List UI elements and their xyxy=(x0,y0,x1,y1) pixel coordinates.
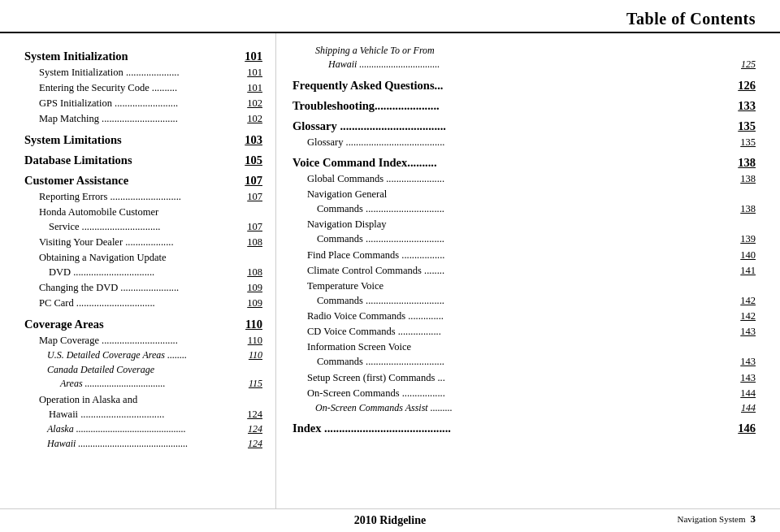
wrap-entry-line1: Honda Automobile Customer xyxy=(39,205,262,219)
wrap-entry-line1: Temperature Voice xyxy=(307,279,756,293)
sub-entry-label: Map Matching ...........................… xyxy=(39,111,178,126)
left-column: System Initialization101System Initializ… xyxy=(0,33,276,508)
wrap-entry: Operation in Alaska andHawaii ..........… xyxy=(39,392,262,422)
wrap-entry-row2: Hawaii .................................… xyxy=(39,407,262,422)
sub-entry: PC Card ...............................1… xyxy=(39,296,262,310)
sub-entry-label: Setup Screen (first) Commands ... xyxy=(307,370,445,385)
wrap-entry-line2: Commands ............................... xyxy=(317,201,444,216)
italic-wrap-row2: Areas .................................1… xyxy=(47,377,262,391)
italic-sub-entry: Alaska .................................… xyxy=(47,422,262,436)
section-heading: System Limitations103 xyxy=(24,133,262,147)
footer-right: Navigation System 3 xyxy=(677,513,756,526)
section-heading: Glossary ...............................… xyxy=(292,119,756,133)
sub-entry-label: Climate Control Commands ........ xyxy=(307,263,444,278)
sub-entry-label: System Initialization ..................… xyxy=(39,65,180,80)
main-content: System Initialization101System Initializ… xyxy=(0,33,780,508)
section-heading-label: Database Limitations xyxy=(24,154,132,167)
sub-entry: Visiting Your Dealer ...................… xyxy=(39,235,262,249)
italic-wrap-line1: Canada Detailed Coverage xyxy=(47,363,262,377)
sub-entry-label: Visiting Your Dealer ................... xyxy=(39,235,174,249)
sub-entry-page: 108 xyxy=(247,235,262,249)
italic-sub-page: 124 xyxy=(248,437,262,451)
wrap-entry-page: 138 xyxy=(740,201,756,216)
wrap-entry-row2: Commands ...............................… xyxy=(307,231,756,246)
section-heading-label: Troubleshooting...................... xyxy=(292,99,440,113)
sub-entry-label: CD Voice Commands ................. xyxy=(307,324,441,339)
sub-entry-label: Global Commands ....................... xyxy=(307,171,444,186)
wrap-entry-line1: Information Screen Voice xyxy=(307,340,756,354)
sub-entry: Map Coverage ...........................… xyxy=(39,333,262,348)
italic-sub-entry: U.S. Detailed Coverage Areas ........110 xyxy=(47,348,262,362)
sub-entry-page: 109 xyxy=(247,296,262,310)
sub-entry: Changing the DVD .......................… xyxy=(39,280,262,295)
sub-entry-page: 110 xyxy=(248,333,262,348)
sub-entry-page: 142 xyxy=(740,309,756,323)
sub-entry-page: 140 xyxy=(740,248,756,262)
wrap-entry-page: 124 xyxy=(247,407,262,422)
section-heading: Customer Assistance107 xyxy=(24,174,262,188)
italic-sub-page: 110 xyxy=(249,348,262,362)
sub-entry-label: Entering the Security Code .......... xyxy=(39,80,177,95)
sub-entry: Reporting Errors .......................… xyxy=(39,189,262,204)
sub-entry: Entering the Security Code ..........101 xyxy=(39,80,262,95)
italic-wrap-line1: Shipping a Vehicle To or From xyxy=(315,44,756,58)
section-heading: Coverage Areas110 xyxy=(24,318,262,331)
section-heading-page: 133 xyxy=(738,99,756,113)
sub-entry-label: PC Card ............................... xyxy=(39,296,155,310)
sub-entry-page: 107 xyxy=(247,189,262,204)
italic-sub-label: Alaska .................................… xyxy=(47,422,186,436)
wrap-entry: Navigation GeneralCommands .............… xyxy=(307,187,756,216)
wrap-entry-line2: Commands ............................... xyxy=(317,231,444,246)
section-heading-page: 138 xyxy=(738,156,756,170)
sub-entry: Find Place Commands .................140 xyxy=(307,248,756,262)
section-heading-label: Coverage Areas xyxy=(24,318,104,331)
sub-entry-page: 143 xyxy=(740,370,756,385)
section-heading-page: 146 xyxy=(738,422,756,435)
italic-sub-page: 124 xyxy=(248,422,262,436)
section-heading-page: 107 xyxy=(245,174,262,188)
section-heading-label: Glossary ...............................… xyxy=(292,119,446,133)
wrap-entry-line1: Obtaining a Navigation Update xyxy=(39,250,262,265)
wrap-entry-line2: Service ............................... xyxy=(49,219,160,234)
top-header: Table of Contents xyxy=(0,0,780,33)
sub-entry: Climate Control Commands ........141 xyxy=(307,263,756,278)
wrap-entry-page: 107 xyxy=(247,219,262,234)
wrap-entry-page: 108 xyxy=(247,265,262,279)
wrap-entry: Information Screen VoiceCommands .......… xyxy=(307,340,756,369)
italic-wrap-page: 115 xyxy=(249,377,262,391)
wrap-entry: Temperature VoiceCommands ..............… xyxy=(307,279,756,308)
sub-entry-page: 144 xyxy=(740,386,756,400)
footer-vehicle-name: 2010 Ridgeline xyxy=(354,514,426,527)
italic-wrap-line2: Areas ................................. xyxy=(60,377,166,391)
wrap-entry: Obtaining a Navigation UpdateDVD .......… xyxy=(39,250,262,279)
sub-entry: Global Commands .......................1… xyxy=(307,171,756,186)
sub-entry-page: 135 xyxy=(740,135,756,149)
wrap-entry-line1: Operation in Alaska and xyxy=(39,392,262,407)
wrap-entry-line2: Hawaii ................................. xyxy=(49,407,164,422)
section-heading: System Initialization101 xyxy=(24,50,262,63)
section-heading-label: Frequently Asked Questions... xyxy=(292,79,443,93)
section-heading-page: 101 xyxy=(245,50,262,63)
section-heading-label: Customer Assistance xyxy=(24,174,128,188)
wrap-entry-row2: Commands ...............................… xyxy=(307,354,756,369)
wrap-entry: Navigation DisplayCommands .............… xyxy=(307,217,756,246)
sub-entry-label: On-Screen Commands ................. xyxy=(307,386,445,400)
wrap-entry-page: 139 xyxy=(740,231,756,246)
sub-entry-page: 102 xyxy=(247,96,262,110)
sub-entry-label: Radio Voice Commands .............. xyxy=(307,309,444,323)
sub-entry-label: GPS Initialization .....................… xyxy=(39,96,178,110)
sub-entry: On-Screen Commands .................144 xyxy=(307,386,756,400)
footer-page-number: 3 xyxy=(751,513,756,526)
wrap-entry: Honda Automobile CustomerService .......… xyxy=(39,205,262,234)
italic-sub-entry: On-Screen Commands Assist .........144 xyxy=(315,401,756,415)
sub-entry-page: 138 xyxy=(740,171,756,186)
wrap-entry-row2: Commands ...............................… xyxy=(307,201,756,216)
section-heading-label: System Initialization xyxy=(24,50,128,63)
sub-entry: GPS Initialization .....................… xyxy=(39,96,262,110)
italic-wrap-line2: Hawaii ................................. xyxy=(328,58,440,71)
sub-entry-label: Glossary ...............................… xyxy=(307,135,444,149)
section-heading-label: Voice Command Index.......... xyxy=(292,156,437,170)
sub-entry: Setup Screen (first) Commands ...143 xyxy=(307,370,756,385)
italic-sub-page: 144 xyxy=(741,401,756,415)
italic-wrap-page: 125 xyxy=(741,58,756,71)
